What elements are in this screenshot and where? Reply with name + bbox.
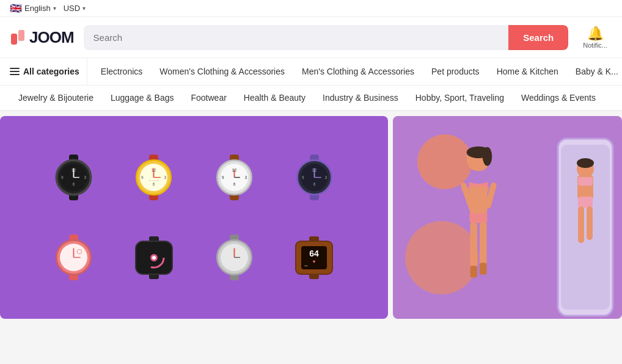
banner-left[interactable]: 12 6 9 3 12 6 9 3: [0, 116, 388, 319]
svg-rect-78: [480, 263, 487, 274]
nav-baby[interactable]: Baby & K...: [567, 58, 622, 85]
currency-label: USD: [64, 4, 80, 13]
nav-health-beauty[interactable]: Health & Beauty: [235, 86, 314, 110]
nav-luggage[interactable]: Luggage & Bags: [102, 86, 183, 110]
svg-rect-75: [470, 222, 477, 269]
notification-label: Notific...: [583, 42, 607, 49]
search-button[interactable]: Search: [508, 25, 568, 50]
watch-svg-1: 12 6 9 3: [51, 155, 97, 200]
notification-area[interactable]: 🔔 Notific...: [578, 23, 612, 51]
nav-mens-clothing[interactable]: Men's Clothing & Accessories: [293, 58, 423, 85]
currency-selector[interactable]: USD ▾: [64, 4, 86, 13]
svg-rect-0: [11, 34, 17, 45]
watch-svg-5: [51, 235, 97, 280]
svg-text:3: 3: [324, 175, 327, 180]
watch-4: 12 6 9 3: [277, 155, 351, 200]
all-categories-button[interactable]: All categories: [10, 58, 87, 85]
svg-text:9: 9: [222, 175, 224, 180]
nav-pet-products[interactable]: Pet products: [423, 58, 488, 85]
svg-rect-1: [18, 30, 24, 41]
svg-rect-76: [470, 266, 477, 277]
svg-rect-87: [578, 197, 593, 208]
nav-hobby-sport[interactable]: Hobby, Sport, Traveling: [407, 86, 513, 110]
nav-weddings[interactable]: Weddings & Events: [513, 86, 604, 110]
watch-grid: 12 6 9 3 12 6 9 3: [0, 116, 388, 319]
svg-text:6: 6: [153, 182, 155, 186]
primary-nav: All categories Electronics Women's Cloth…: [0, 58, 622, 86]
svg-text:♥: ♥: [313, 259, 316, 264]
watch-svg-3: 12 6 9 3: [211, 155, 257, 200]
watch-svg-7: [211, 235, 257, 280]
svg-point-71: [483, 147, 492, 166]
hamburger-icon: [10, 68, 20, 75]
header: JOOM Search 🔔 Notific...: [0, 17, 622, 58]
svg-text:9: 9: [302, 175, 304, 180]
watch-svg-6: [133, 236, 175, 279]
watch-svg-8: 64 ♥ •••: [293, 236, 335, 279]
bell-icon: 🔔: [587, 26, 604, 42]
svg-point-84: [577, 158, 594, 168]
svg-text:3: 3: [244, 175, 247, 180]
svg-text:9: 9: [141, 175, 144, 180]
watch-svg-4: 12 6 9 3: [291, 155, 337, 200]
svg-text:3: 3: [84, 175, 87, 180]
svg-rect-88: [578, 206, 584, 243]
figure-1: [442, 142, 515, 319]
nav-electronics[interactable]: Electronics: [92, 58, 151, 85]
banner-area: 12 6 9 3 12 6 9 3: [0, 111, 622, 319]
svg-text:64: 64: [310, 249, 320, 258]
phone-frame: [555, 136, 616, 319]
nav-womens-clothing[interactable]: Women's Clothing & Accessories: [151, 58, 293, 85]
logo-text: JOOM: [29, 28, 74, 47]
svg-text:6: 6: [313, 182, 316, 186]
svg-rect-77: [480, 222, 487, 266]
svg-text:— — —: — — —: [149, 179, 159, 182]
all-categories-label: All categories: [23, 67, 79, 76]
watch-5: [37, 235, 111, 280]
search-container: Search: [84, 25, 569, 50]
nav-jewelry[interactable]: Jewelry & Bijouterie: [10, 86, 102, 110]
watch-8: 64 ♥ •••: [277, 236, 351, 279]
nav-home-kitchen[interactable]: Home & Kitchen: [488, 58, 567, 85]
top-bar: 🇬🇧 English ▾ USD ▾: [0, 0, 622, 17]
secondary-nav: Jewelry & Bijouterie Luggage & Bags Foot…: [0, 86, 622, 111]
language-label: English: [24, 4, 51, 13]
svg-point-55: [152, 256, 156, 260]
watch-3: 12 6 9 3: [197, 155, 271, 200]
nav-industry-business[interactable]: Industry & Business: [314, 86, 407, 110]
svg-text:6: 6: [233, 182, 235, 186]
svg-rect-86: [578, 177, 593, 186]
flag-icon: 🇬🇧: [10, 2, 22, 14]
nav-footwear[interactable]: Footwear: [182, 86, 235, 110]
svg-text:3: 3: [164, 175, 167, 180]
svg-text:6: 6: [73, 182, 75, 186]
watch-2: 12 6 9 3 — — —: [117, 155, 191, 200]
language-selector[interactable]: 🇬🇧 English ▾: [10, 2, 56, 14]
search-input[interactable]: [84, 25, 509, 50]
svg-text:9: 9: [61, 175, 64, 180]
svg-text:•••: •••: [305, 264, 309, 268]
language-chevron: ▾: [53, 5, 56, 12]
currency-chevron: ▾: [82, 5, 86, 12]
watch-7: [197, 235, 271, 280]
watch-6: [117, 236, 191, 279]
svg-rect-89: [587, 206, 593, 240]
logo-icon: [10, 29, 27, 46]
logo[interactable]: JOOM: [10, 28, 74, 47]
watch-1: 12 6 9 3: [37, 155, 111, 200]
right-banner-content: [393, 116, 622, 319]
watch-svg-2: 12 6 9 3 — — —: [131, 155, 177, 200]
banner-right[interactable]: [393, 116, 622, 319]
